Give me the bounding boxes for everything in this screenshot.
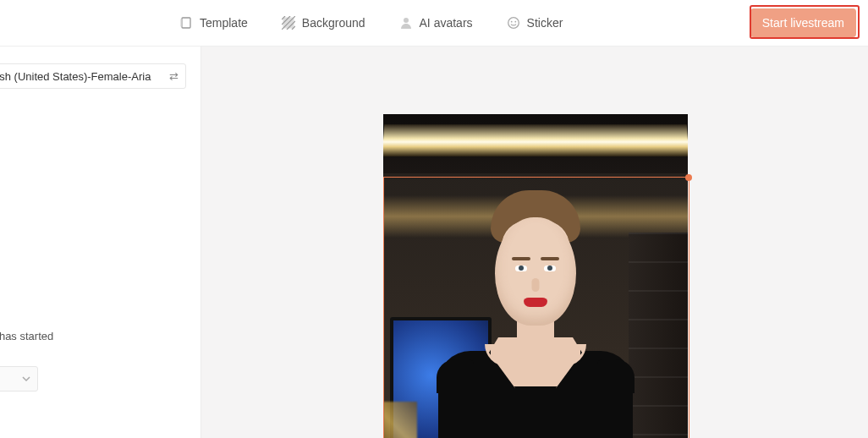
toolbar-tabs: Template Background AI avatars Sticker <box>179 16 563 30</box>
stream-status-text: eam has started <box>0 330 53 342</box>
tab-template-label: Template <box>200 16 248 30</box>
tab-background[interactable]: Background <box>282 16 365 30</box>
top-toolbar: Template Background AI avatars Sticker S… <box>0 0 868 47</box>
background-icon <box>282 16 295 30</box>
svg-point-5 <box>510 21 512 23</box>
tab-sticker[interactable]: Sticker <box>507 16 563 30</box>
svg-rect-0 <box>182 18 190 28</box>
tab-background-label: Background <box>302 16 365 30</box>
sticker-icon <box>507 16 520 30</box>
tab-avatars[interactable]: AI avatars <box>399 16 473 30</box>
tab-sticker-label: Sticker <box>527 16 563 30</box>
scene-background <box>383 114 688 438</box>
template-icon <box>179 16 193 30</box>
left-sidebar: nglish (United States)-Female-Aria ⇄ eam… <box>0 47 201 438</box>
svg-rect-1 <box>181 19 183 27</box>
type-selector[interactable]: ital <box>0 366 38 391</box>
tab-template[interactable]: Template <box>179 16 248 30</box>
tab-avatars-label: AI avatars <box>420 16 473 30</box>
chevron-down-icon <box>22 373 30 386</box>
svg-point-3 <box>404 18 409 23</box>
avatar-figure[interactable] <box>430 207 641 438</box>
canvas-area[interactable] <box>201 47 868 438</box>
avatar-icon <box>399 16 413 30</box>
svg-point-6 <box>514 21 516 23</box>
start-livestream-button[interactable]: Start livestream <box>750 8 856 37</box>
preview-stage[interactable] <box>383 114 688 438</box>
main-body: nglish (United States)-Female-Aria ⇄ eam… <box>0 47 868 438</box>
svg-point-4 <box>508 18 519 29</box>
voice-selector-label: nglish (United States)-Female-Aria <box>0 70 151 83</box>
swap-icon: ⇄ <box>169 70 179 83</box>
voice-selector[interactable]: nglish (United States)-Female-Aria ⇄ <box>0 63 186 89</box>
